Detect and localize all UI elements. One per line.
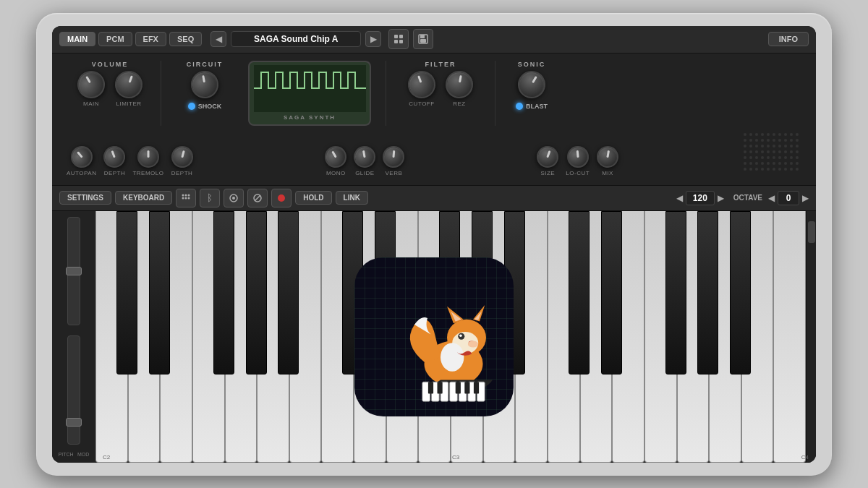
- right-scroll: [806, 211, 816, 463]
- black-key[interactable]: [601, 211, 622, 374]
- white-key[interactable]: [773, 211, 806, 463]
- octave-section: OCTAVE ◀ 0 ▶: [733, 191, 809, 205]
- black-key[interactable]: [116, 211, 137, 374]
- cutoff-knob[interactable]: [404, 67, 440, 102]
- bpm-left-icon[interactable]: ◀: [676, 193, 683, 203]
- bluetooth-icon-button[interactable]: ᛒ: [200, 189, 220, 207]
- grille-dot: [796, 156, 799, 159]
- bluetooth-icon: ᛒ: [207, 192, 213, 203]
- app-icon-overlay: [354, 257, 514, 416]
- bpm-display: 120: [686, 191, 715, 205]
- black-key[interactable]: [278, 211, 299, 374]
- midi-icon-button[interactable]: [176, 189, 196, 207]
- autopan-knob-item: AUTOPAN: [67, 146, 96, 176]
- verb-knob[interactable]: [382, 145, 406, 168]
- grille-dot: [767, 145, 770, 147]
- tab-efx[interactable]: EFX: [135, 32, 166, 46]
- limiter-knob-label: LIMITER: [116, 100, 141, 107]
- scroll-thumb[interactable]: [808, 221, 815, 243]
- black-key[interactable]: [213, 211, 234, 374]
- black-key[interactable]: [569, 211, 590, 374]
- svg-point-8: [182, 194, 184, 196]
- preset-next-button[interactable]: ▶: [365, 31, 381, 47]
- tab-main[interactable]: MAIN: [59, 32, 95, 46]
- autopan-knob[interactable]: [67, 141, 97, 171]
- info-button[interactable]: INFO: [768, 32, 809, 46]
- pitch-slider[interactable]: [66, 267, 82, 275]
- circuit-knob[interactable]: [189, 68, 221, 100]
- svg-rect-41: [464, 382, 469, 393]
- svg-rect-2: [394, 40, 398, 43]
- speaker-grille: // Render dots will be done below: [744, 133, 801, 176]
- mix-knob[interactable]: [595, 144, 621, 169]
- black-key[interactable]: [149, 211, 170, 374]
- keyboard-button[interactable]: KEYBOARD: [115, 191, 172, 205]
- octave-down-icon[interactable]: ◀: [768, 193, 775, 203]
- grille-dot: [744, 162, 746, 165]
- grille-dot: [749, 133, 752, 136]
- record-icon-button[interactable]: [271, 189, 292, 207]
- glide-knob[interactable]: [352, 144, 378, 169]
- main-knob-item: MAIN: [77, 71, 105, 107]
- svg-point-10: [188, 194, 190, 196]
- bpm-section: ◀ 120 ▶: [676, 191, 724, 205]
- grille-dot: [749, 168, 752, 171]
- black-key[interactable]: [730, 211, 751, 374]
- grille-dot: [755, 139, 758, 142]
- size-label: SIZE: [540, 170, 555, 176]
- grille-dot: [749, 145, 752, 147]
- svg-point-11: [182, 197, 184, 199]
- grille-dot: [744, 139, 746, 142]
- grille-dot: [744, 133, 746, 136]
- grille-dot: [778, 133, 781, 136]
- link-button[interactable]: LINK: [336, 191, 368, 205]
- grid-icon-button[interactable]: [388, 29, 409, 49]
- settings-button[interactable]: SETTINGS: [59, 191, 111, 205]
- circle-icon-button[interactable]: [224, 189, 244, 207]
- depth2-knob[interactable]: [169, 143, 195, 170]
- depth2-knob-item: DEPTH: [171, 146, 193, 176]
- hold-button[interactable]: HOLD: [295, 191, 331, 205]
- mod-slider[interactable]: [66, 418, 82, 427]
- svg-rect-38: [428, 382, 433, 393]
- tab-pcm[interactable]: PCM: [98, 32, 132, 46]
- mix-knob-item: MIX: [597, 146, 618, 176]
- grille-dot: [749, 150, 752, 153]
- octave-up-icon[interactable]: ▶: [802, 193, 809, 203]
- grille-dot: [784, 150, 787, 153]
- svg-rect-0: [394, 35, 398, 38]
- fox-character: [382, 279, 512, 409]
- tremolo-knob[interactable]: [137, 146, 159, 168]
- bpm-right-icon[interactable]: ▶: [718, 193, 724, 203]
- black-key[interactable]: [665, 211, 686, 374]
- black-key[interactable]: [246, 211, 267, 374]
- grille-dot: [778, 150, 781, 153]
- mono-knob[interactable]: [321, 142, 351, 171]
- sonic-knob[interactable]: [513, 66, 550, 103]
- rez-knob[interactable]: [443, 68, 475, 100]
- grille-dot: [773, 150, 775, 153]
- cancel-icon-button[interactable]: [247, 189, 268, 207]
- grille-dot: [784, 133, 787, 136]
- filter-knobs: CUTOFF REZ: [408, 71, 473, 107]
- black-key[interactable]: [697, 211, 718, 374]
- glide-label: GLIDE: [355, 170, 375, 176]
- grille-dot: [767, 150, 770, 153]
- mono-knob-item: MONO: [325, 146, 346, 176]
- svg-point-30: [441, 343, 464, 372]
- size-knob[interactable]: [534, 142, 561, 170]
- grille-dot: [790, 168, 793, 171]
- grille-dot: [755, 162, 758, 165]
- main-knob[interactable]: [72, 66, 110, 103]
- preset-prev-button[interactable]: ◀: [210, 31, 226, 47]
- grille-dot: [773, 168, 775, 171]
- locut-knob[interactable]: [566, 145, 590, 168]
- mod-slider-track: [67, 335, 80, 445]
- limiter-knob[interactable]: [111, 67, 147, 102]
- depth-knob[interactable]: [101, 142, 128, 170]
- keyboard-area: PITCH MOD: [52, 211, 816, 463]
- tab-seq[interactable]: SEQ: [169, 32, 202, 46]
- main-knob-label: MAIN: [83, 100, 99, 107]
- save-icon-button[interactable]: [413, 29, 433, 49]
- grille-dot: [755, 133, 758, 136]
